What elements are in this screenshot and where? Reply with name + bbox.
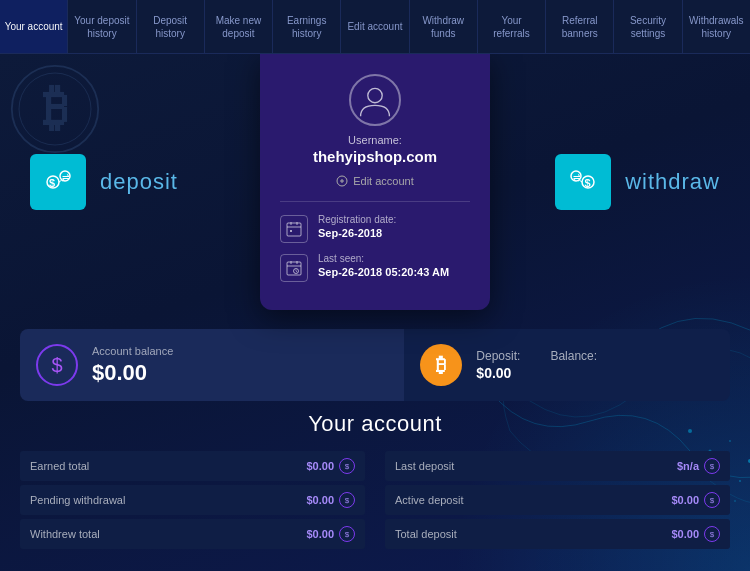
seen-value: Sep-26-2018 05:20:43 AM (318, 266, 449, 278)
account-balance-panel: $ Account balance $0.00 (20, 329, 404, 401)
calendar-icon (280, 215, 308, 243)
nav-item-security-settings[interactable]: Security settings (614, 0, 682, 53)
nav-bar: Your accountYour deposit historyDeposit … (0, 0, 750, 54)
edit-account-link[interactable]: Edit account (280, 175, 470, 187)
deposit-button[interactable]: $ ⇌ deposit (30, 154, 178, 210)
nav-item-referral-banners[interactable]: Referral banners (546, 0, 614, 53)
balance-section: $ Account balance $0.00 ₿ Deposit: $0.00… (20, 329, 730, 401)
registration-info: Registration date: Sep-26-2018 (280, 214, 470, 243)
nav-item-withdrawals-history[interactable]: Withdrawals history (683, 0, 750, 53)
reg-value: Sep-26-2018 (318, 227, 396, 239)
nav-item-make-new-deposit[interactable]: Make new deposit (205, 0, 273, 53)
row-dollar-icon: $ (704, 458, 720, 474)
row-dollar-icon: $ (339, 458, 355, 474)
account-row: Earned total $0.00 $ (20, 451, 365, 481)
nav-item-withdraw-funds[interactable]: Withdraw funds (410, 0, 478, 53)
account-right-col: Last deposit $n/a $ Active deposit $0.00… (385, 451, 730, 553)
svg-point-13 (368, 88, 382, 102)
withdraw-icon-box: $ ⇌ (555, 154, 611, 210)
svg-text:$: $ (49, 177, 55, 189)
svg-text:$: $ (585, 177, 591, 189)
deposit-icon-box: $ ⇌ (30, 154, 86, 210)
seen-label: Last seen: (318, 253, 449, 264)
nav-item-earnings-history[interactable]: Earnings history (273, 0, 341, 53)
reg-label: Registration date: (318, 214, 396, 225)
row-dollar-icon: $ (704, 526, 720, 542)
account-grid: Earned total $0.00 $ Pending withdrawal … (20, 451, 730, 553)
row-dollar-icon: $ (704, 492, 720, 508)
account-left-col: Earned total $0.00 $ Pending withdrawal … (20, 451, 365, 553)
svg-point-11 (734, 500, 736, 502)
balance-label-right: Balance: (550, 349, 597, 363)
nav-item-edit-account[interactable]: Edit account (341, 0, 409, 53)
nav-item-your-deposit-history[interactable]: Your deposit history (68, 0, 136, 53)
account-section-title: Your account (20, 411, 730, 437)
nav-item-your-account[interactable]: Your account (0, 0, 68, 53)
withdraw-button[interactable]: withdraw $ ⇌ (555, 154, 720, 210)
last-seen-info: Last seen: Sep-26-2018 05:20:43 AM (280, 253, 470, 282)
account-row: Withdrew total $0.00 $ (20, 519, 365, 549)
row-dollar-icon: $ (339, 492, 355, 508)
withdraw-label: withdraw (625, 169, 720, 195)
main-area: ₿ Username: thehyipshop.com (0, 54, 750, 571)
avatar (349, 74, 401, 126)
account-row: Pending withdrawal $0.00 $ (20, 485, 365, 515)
deposit-balance-panel: ₿ Deposit: $0.00 Balance: (404, 329, 730, 401)
nav-item-deposit-history[interactable]: Deposit history (137, 0, 205, 53)
svg-point-8 (739, 480, 741, 482)
popup-divider (280, 201, 470, 202)
account-section: Your account Earned total $0.00 $ Pendin… (20, 411, 730, 571)
svg-rect-15 (287, 223, 301, 236)
row-dollar-icon: $ (339, 526, 355, 542)
clock-calendar-icon (280, 254, 308, 282)
username-label: Username: (280, 134, 470, 146)
account-balance-amount: $0.00 (92, 360, 173, 386)
bitcoin-icon: ₿ (420, 344, 462, 386)
username-value: thehyipshop.com (280, 148, 470, 165)
svg-rect-16 (290, 230, 292, 232)
deposit-label: Deposit: (476, 349, 520, 363)
deposit-label: deposit (100, 169, 178, 195)
account-row: Last deposit $n/a $ (385, 451, 730, 481)
account-balance-label: Account balance (92, 345, 173, 357)
svg-text:₿: ₿ (43, 80, 68, 135)
dollar-icon-circle: $ (36, 344, 78, 386)
account-row: Total deposit $0.00 $ (385, 519, 730, 549)
account-row: Active deposit $0.00 $ (385, 485, 730, 515)
bg-bitcoin-icon: ₿ (10, 64, 100, 154)
deposit-value: $0.00 (476, 365, 520, 381)
account-popup: Username: thehyipshop.com Edit account R… (260, 54, 490, 310)
nav-item-your-referrals[interactable]: Your referrals (478, 0, 546, 53)
